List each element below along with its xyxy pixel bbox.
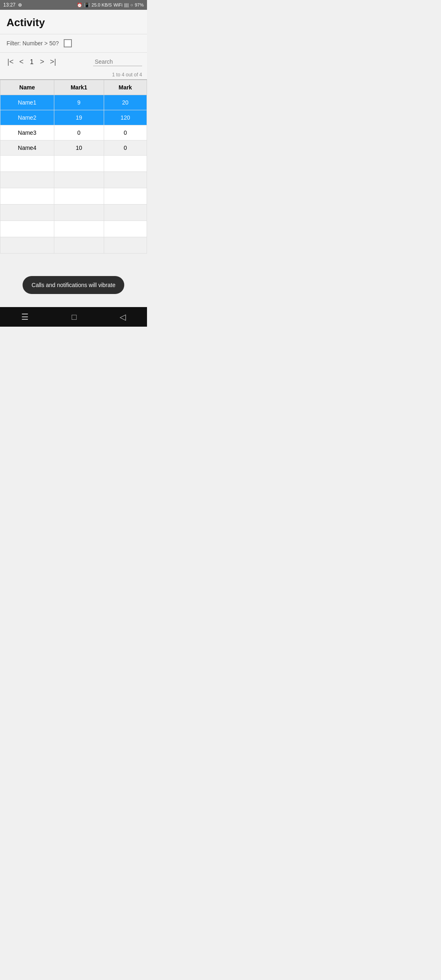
cell-empty (104, 156, 147, 172)
cell-empty (54, 221, 104, 237)
cell-empty (54, 172, 104, 188)
table-row[interactable]: Name1920 (0, 95, 147, 110)
cell-empty (0, 237, 54, 254)
table-row[interactable]: Name300 (0, 125, 147, 140)
wifi-icon: WiFi (114, 2, 122, 7)
col-header-name: Name (0, 80, 54, 95)
table-row-empty (0, 172, 147, 188)
cell-empty (54, 237, 104, 254)
battery-percent: 97% (135, 2, 144, 7)
cell-empty (54, 188, 104, 205)
table-row-empty (0, 205, 147, 221)
cell-name: Name4 (0, 140, 54, 156)
menu-icon[interactable]: ☰ (21, 312, 29, 322)
filter-row: Filter: Number > 50? (0, 34, 147, 53)
cell-empty (104, 237, 147, 254)
signal-icon: |||| (124, 2, 129, 7)
cell-empty (0, 156, 54, 172)
status-bar-left: 13:27 ⊕ (3, 2, 22, 8)
search-container (93, 58, 142, 66)
back-icon[interactable]: ◁ (120, 312, 126, 322)
table-row-empty (0, 156, 147, 172)
results-count: 1 to 4 out of 4 (0, 71, 147, 79)
table-header-row: Name Mark1 Mark (0, 80, 147, 95)
alarm-icon: ⏰ (77, 2, 82, 8)
bottom-navigation: ☰ □ ◁ (0, 307, 147, 327)
cell-empty (54, 156, 104, 172)
pagination-row: |< < 1 > >| (0, 53, 147, 71)
cell-mark2: 0 (104, 125, 147, 140)
cell-empty (104, 221, 147, 237)
toast-message: Calls and notifications will vibrate (22, 276, 124, 294)
cell-empty (104, 172, 147, 188)
filter-checkbox[interactable] (64, 39, 72, 47)
cell-empty (0, 188, 54, 205)
cell-empty (104, 188, 147, 205)
cell-name: Name1 (0, 95, 54, 110)
cell-mark1: 10 (54, 140, 104, 156)
cell-mark1: 9 (54, 95, 104, 110)
table-row-empty (0, 188, 147, 205)
next-page-button[interactable]: > (38, 56, 47, 68)
cell-empty (54, 205, 104, 221)
cell-empty (0, 221, 54, 237)
status-time: 13:27 (3, 2, 16, 8)
cell-mark2: 120 (104, 110, 147, 125)
battery-icon: ○ (130, 2, 133, 7)
cell-empty (0, 205, 54, 221)
page-title: Activity (7, 16, 140, 29)
current-page: 1 (27, 58, 37, 66)
status-bar: 13:27 ⊕ ⏰ 📳 25.0 KB/S WiFi |||| ○ 97% (0, 0, 147, 10)
home-icon[interactable]: □ (71, 312, 76, 322)
table-row-empty (0, 221, 147, 237)
last-page-button[interactable]: >| (47, 56, 58, 68)
status-bar-right: ⏰ 📳 25.0 KB/S WiFi |||| ○ 97% (77, 2, 144, 8)
cell-empty (104, 205, 147, 221)
table-row[interactable]: Name4100 (0, 140, 147, 156)
data-speed: 25.0 KB/S (91, 2, 112, 7)
cell-empty (0, 172, 54, 188)
table-row-empty (0, 237, 147, 254)
table-row[interactable]: Name219120 (0, 110, 147, 125)
cell-mark1: 0 (54, 125, 104, 140)
cell-name: Name3 (0, 125, 54, 140)
vibrate-icon: 📳 (84, 2, 90, 8)
col-header-mark1: Mark1 (54, 80, 104, 95)
data-table: Name Mark1 Mark Name1920Name219120Name30… (0, 79, 147, 254)
data-table-container: Name Mark1 Mark Name1920Name219120Name30… (0, 79, 147, 254)
cell-name: Name2 (0, 110, 54, 125)
cell-mark2: 0 (104, 140, 147, 156)
cell-mark2: 20 (104, 95, 147, 110)
prev-page-button[interactable]: < (17, 56, 26, 68)
cell-mark1: 19 (54, 110, 104, 125)
app-header: Activity (0, 10, 147, 34)
filter-label: Filter: Number > 50? (7, 40, 59, 47)
first-page-button[interactable]: |< (5, 56, 16, 68)
col-header-mark2: Mark (104, 80, 147, 95)
search-input[interactable] (93, 58, 142, 66)
whatsapp-icon: ⊕ (18, 2, 22, 8)
